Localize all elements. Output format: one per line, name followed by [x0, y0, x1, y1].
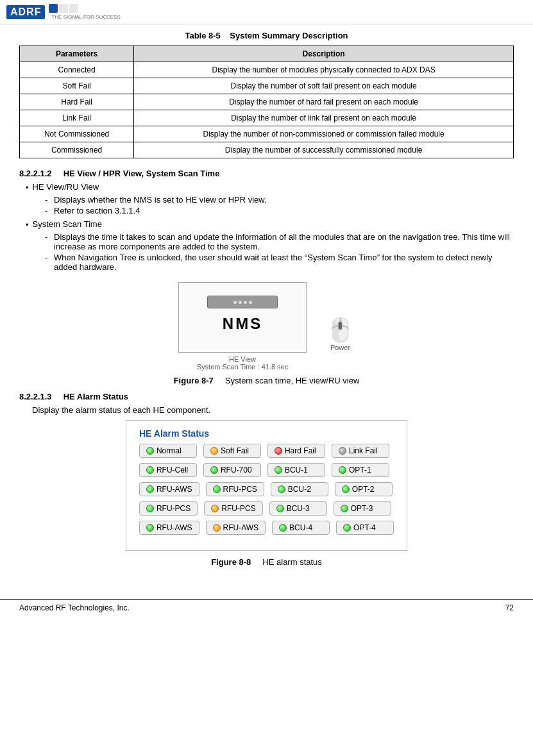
nms-label: NMS — [198, 315, 287, 333]
status-label: Hard Fail — [285, 446, 316, 455]
status-dot — [339, 447, 346, 455]
alarm-status-button: Link Fail — [332, 444, 389, 458]
component-dot — [339, 466, 346, 474]
power-icon: 🖱️ — [326, 317, 355, 344]
figure-8-7-number: Figure 8-7 — [174, 376, 214, 385]
status-label: Soft Fail — [221, 446, 249, 455]
status-label: Normal — [157, 446, 182, 455]
component-label: RFU-PCS — [157, 504, 190, 513]
scan-dash-item: When Navigation Tree is unlocked, the us… — [45, 253, 514, 272]
power-label: Power — [326, 344, 355, 351]
section-822-number: 8.2.2.1.2 — [19, 169, 52, 178]
desc-cell: Display the number of link fail present … — [134, 110, 514, 126]
alarm-intro: Display the alarm status of each HE comp… — [32, 405, 514, 415]
section-822-heading: 8.2.2.1.2 HE View / HPR View, System Sca… — [19, 169, 514, 178]
param-cell: Not Commissioned — [20, 126, 134, 142]
section-822-title: HE View / HPR View, System Scan Time — [63, 169, 220, 178]
alarm-component-button: BCU-3 — [269, 501, 327, 516]
table-row: Commissioned Display the number of succe… — [20, 142, 514, 158]
he-view-dash-item: Refer to section 3.1.1.4 — [45, 206, 514, 215]
alarm-component-button: OPT-4 — [336, 521, 394, 535]
component-label: OPT-2 — [352, 485, 375, 494]
table-row: Soft Fail Display the number of soft fai… — [20, 78, 514, 94]
component-dot — [146, 466, 154, 474]
summary-table: Parameters Description Connected Display… — [19, 46, 514, 158]
param-cell: Link Fail — [20, 110, 134, 126]
alarm-component-button: RFU-PCS — [206, 482, 264, 496]
component-dot — [213, 485, 221, 493]
figure-8-8-number: Figure 8-8 — [211, 557, 251, 567]
table-row: Connected Display the number of modules … — [20, 62, 514, 78]
footer: Advanced RF Technologies, Inc. 72 — [0, 599, 533, 616]
footer-page: 72 — [505, 603, 514, 612]
component-label: RFU-PCS — [221, 504, 255, 513]
he-view-dash-item: Displays whether the NMS is set to HE vi… — [45, 195, 514, 205]
alarm-status-button: Hard Fail — [267, 444, 325, 458]
component-label: RFU-AWS — [157, 523, 192, 532]
table-row: Hard Fail Display the number of hard fai… — [20, 94, 514, 110]
section-823-title: HE Alarm Status — [63, 392, 128, 401]
component-label: RFU-PCS — [223, 485, 257, 494]
component-dot — [146, 505, 154, 512]
alarm-component-button: BCU-1 — [267, 463, 325, 477]
component-dot — [278, 485, 285, 493]
component-dot — [146, 485, 154, 493]
status-label: Link Fail — [349, 446, 378, 455]
param-cell: Soft Fail — [20, 78, 134, 94]
component-label: RFU-Cell — [157, 466, 188, 475]
alarm-component-row: RFU-CellRFU-700BCU-1OPT-1 — [139, 463, 394, 477]
table-row: Link Fail Display the number of link fai… — [20, 110, 514, 126]
logo-tagline: THE SIGNAL FOR SUCCESS — [51, 14, 120, 20]
table-label: Table 8-5 — [185, 31, 220, 40]
desc-cell: Display the number of soft fail present … — [134, 78, 514, 94]
table-row: Not Commissioned Display the number of n… — [20, 126, 514, 142]
status-dot — [210, 447, 218, 455]
component-label: RFU-700 — [221, 466, 252, 475]
component-dot — [342, 485, 350, 493]
footer-company: Advanced RF Technologies, Inc. — [19, 603, 130, 612]
scan-time-display: System Scan Time : 41.8 sec — [178, 363, 307, 371]
status-dot — [275, 447, 282, 455]
main-content: Table 8-5 System Summary Description Par… — [0, 24, 533, 586]
figure-8-8-caption: Figure 8-8 HE alarm status — [19, 557, 514, 567]
component-dot — [210, 466, 218, 474]
param-cell: Connected — [20, 62, 134, 78]
component-dot — [276, 505, 284, 512]
status-dot — [146, 447, 154, 455]
alarm-component-button: RFU-AWS — [139, 521, 199, 535]
table-title-text: System Summary Description — [230, 31, 348, 40]
figure-8-7-container: NMS HE View System Scan Time : 41.8 sec … — [19, 282, 514, 385]
section-823-number: 8.2.2.1.3 — [19, 392, 52, 401]
alarm-box: HE Alarm Status NormalSoft FailHard Fail… — [126, 420, 407, 551]
figure-8-8-text: HE alarm status — [262, 557, 321, 567]
desc-cell: Display the number of hard fail present … — [134, 94, 514, 110]
he-view-label: HE View — [178, 355, 307, 363]
scan-time-bullet: • System Scan Time — [26, 219, 514, 230]
header: ADRF THE SIGNAL FOR SUCCESS — [0, 0, 533, 24]
component-label: OPT-3 — [351, 504, 373, 513]
alarm-status-row: NormalSoft FailHard FailLink Fail — [139, 444, 394, 458]
component-label: BCU-3 — [287, 504, 310, 513]
component-dot — [146, 524, 154, 532]
figure-8-8-container: Figure 8-8 HE alarm status — [19, 557, 514, 567]
alarm-component-button: OPT-3 — [334, 501, 391, 516]
alarm-component-row: RFU-AWSRFU-AWSBCU-4OPT-4 — [139, 521, 394, 535]
alarm-component-button: RFU-Cell — [139, 463, 197, 477]
component-label: BCU-2 — [288, 485, 311, 494]
desc-cell: Display the number of non-commissioned o… — [134, 126, 514, 142]
he-view-bullet: • HE View/RU View — [26, 182, 514, 192]
component-dot — [211, 505, 219, 512]
alarm-component-button: RFU-700 — [203, 463, 261, 477]
section-823-heading: 8.2.2.1.3 HE Alarm Status — [19, 392, 514, 401]
bullet-dot-2: • — [26, 220, 29, 230]
alarm-title: HE Alarm Status — [139, 428, 394, 439]
alarm-component-row: RFU-PCSRFU-PCSBCU-3OPT-3 — [139, 501, 394, 516]
component-dot — [341, 505, 348, 512]
alarm-component-button: OPT-2 — [335, 482, 393, 496]
alarm-component-button: OPT-1 — [332, 463, 389, 477]
component-dot — [343, 524, 351, 532]
alarm-status-button: Normal — [139, 444, 197, 458]
scan-dash-item: Displays the time it takes to scan and u… — [45, 232, 514, 251]
table-title: Table 8-5 System Summary Description — [19, 31, 514, 40]
param-cell: Commissioned — [20, 142, 134, 158]
